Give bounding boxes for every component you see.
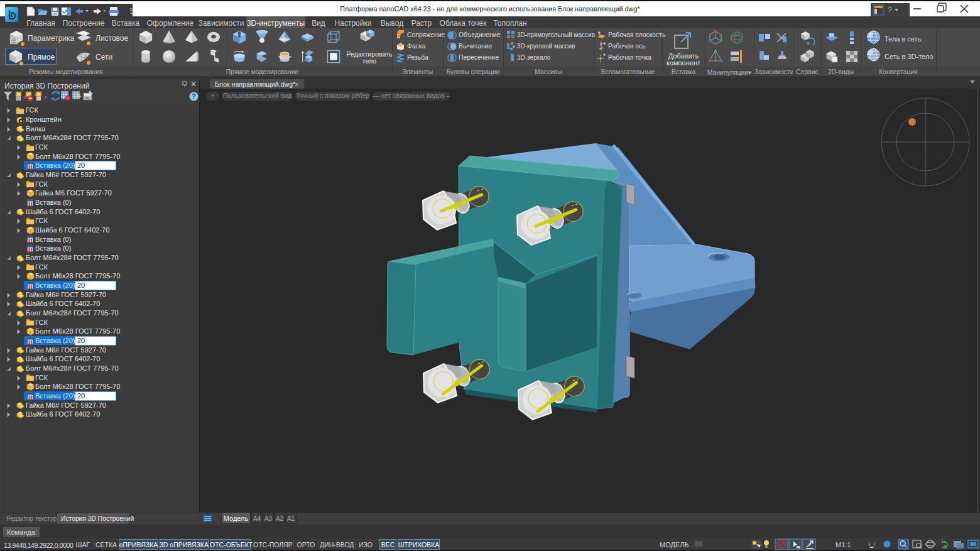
- svg-text:?: ?: [192, 93, 195, 100]
- svg-text:₽: ₽: [684, 542, 688, 548]
- svg-text:?: ?: [888, 6, 892, 14]
